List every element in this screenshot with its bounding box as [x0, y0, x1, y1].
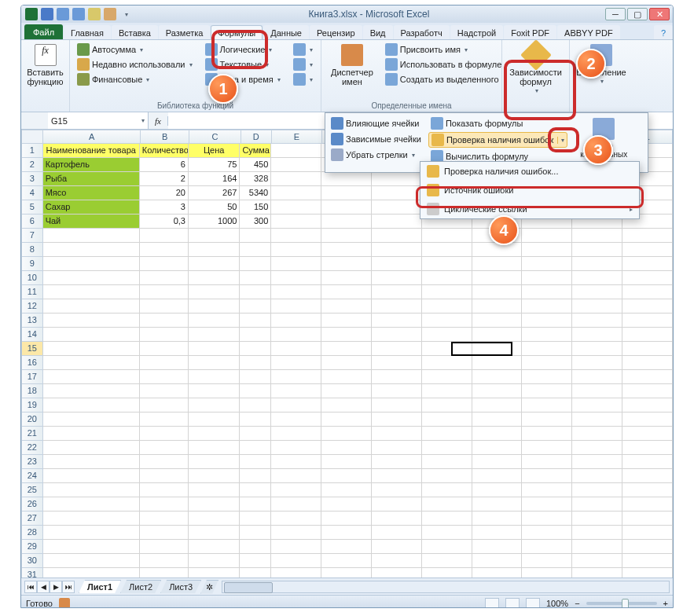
table-cell[interactable]: 300: [240, 214, 271, 229]
tab-review[interactable]: Рецензир: [310, 25, 362, 39]
table-header[interactable]: Количество: [140, 144, 189, 158]
logical-button[interactable]: Логические▾: [203, 42, 283, 57]
zoom-in-button[interactable]: +: [663, 599, 668, 608]
table-cell[interactable]: Мясо: [43, 186, 140, 200]
table-cell[interactable]: 2: [140, 172, 189, 186]
sheet-nav-prev[interactable]: ◀: [37, 581, 50, 593]
table-cell[interactable]: 164: [189, 172, 240, 186]
tab-home[interactable]: Главная: [64, 25, 111, 39]
sheet-nav-first[interactable]: ⏮: [24, 581, 37, 593]
financial-button[interactable]: Финансовые▾: [75, 72, 195, 86]
new-icon[interactable]: [87, 7, 101, 21]
select-all-corner[interactable]: [21, 130, 43, 144]
name-box[interactable]: G15▾: [48, 112, 149, 129]
row-header-17[interactable]: 17: [21, 370, 43, 384]
tab-abbyy[interactable]: ABBYY PDF: [557, 25, 620, 39]
col-header-E[interactable]: E: [272, 130, 322, 144]
view-layout-button[interactable]: [505, 598, 520, 609]
row-header-31[interactable]: 31: [21, 568, 43, 578]
qat-more-icon[interactable]: ▾: [119, 7, 133, 21]
zoom-out-button[interactable]: −: [575, 599, 579, 608]
table-cell[interactable]: 5340: [240, 186, 271, 200]
undo-icon[interactable]: [56, 7, 70, 21]
tab-foxit[interactable]: Foxit PDF: [504, 25, 556, 39]
col-header-C[interactable]: C: [189, 130, 241, 144]
help-icon[interactable]: ?: [654, 25, 673, 39]
row-header-12[interactable]: 12: [21, 299, 43, 314]
fx-button[interactable]: fx: [149, 116, 168, 126]
table-cell[interactable]: 50: [189, 200, 240, 214]
lookup-button[interactable]: ▾: [291, 42, 315, 57]
row-header-30[interactable]: 30: [21, 554, 43, 568]
sheet-nav-last[interactable]: ⏭: [62, 581, 75, 593]
row-header-4[interactable]: 4: [21, 186, 43, 200]
autosum-button[interactable]: Автосумма▾: [75, 42, 195, 57]
table-cell[interactable]: Картофель: [43, 158, 140, 172]
row-header-19[interactable]: 19: [21, 398, 43, 412]
row-header-25[interactable]: 25: [21, 483, 43, 497]
tab-addins[interactable]: Надстрой: [450, 25, 503, 39]
more-fn-button[interactable]: ▾: [291, 72, 315, 86]
table-cell[interactable]: 0,3: [140, 214, 189, 229]
horizontal-scrollbar[interactable]: [222, 581, 670, 593]
recent-button[interactable]: Недавно использовали▾: [75, 57, 195, 72]
table-cell[interactable]: 328: [240, 172, 271, 186]
row-header-13[interactable]: 13: [21, 314, 43, 328]
minimize-button[interactable]: ─: [605, 8, 626, 20]
row-header-10[interactable]: 10: [21, 271, 43, 285]
tab-data[interactable]: Данные: [263, 25, 309, 39]
insert-sheet-button[interactable]: ✲: [200, 580, 218, 594]
trace-dependents-button[interactable]: Зависимые ячейки: [329, 132, 424, 146]
tab-dev[interactable]: Разработч: [394, 25, 450, 39]
table-cell[interactable]: Сахар: [43, 200, 140, 214]
row-header-18[interactable]: 18: [21, 384, 43, 398]
row-header-28[interactable]: 28: [21, 526, 43, 540]
table-cell[interactable]: 20: [140, 186, 189, 200]
row-header-23[interactable]: 23: [21, 455, 43, 469]
name-manager-button[interactable]: Диспетчер имен: [326, 42, 378, 88]
open-icon[interactable]: [103, 7, 117, 21]
save-icon[interactable]: [40, 7, 54, 21]
table-cell[interactable]: Чай: [43, 214, 140, 229]
show-formulas-button[interactable]: Показать формулы: [428, 116, 567, 130]
window-close-button[interactable]: ✕: [649, 8, 670, 20]
math-button[interactable]: ▾: [291, 57, 315, 72]
row-header-20[interactable]: 20: [21, 412, 43, 427]
redo-icon[interactable]: [72, 7, 86, 21]
trace-precedents-button[interactable]: Влияющие ячейки: [329, 116, 424, 130]
table-cell[interactable]: 150: [240, 200, 271, 214]
tab-insert[interactable]: Вставка: [112, 25, 158, 39]
row-header-3[interactable]: 3: [21, 172, 43, 186]
sheet-tab-2[interactable]: Лист2: [120, 580, 161, 593]
macro-icon[interactable]: [59, 598, 70, 609]
text-button[interactable]: Текстовые▾: [203, 57, 283, 72]
row-header-29[interactable]: 29: [21, 540, 43, 554]
insert-function-button[interactable]: fx Вставить функцию: [26, 42, 64, 88]
row-header-22[interactable]: 22: [21, 441, 43, 455]
view-pagebreak-button[interactable]: [526, 598, 540, 609]
table-header[interactable]: Цена: [189, 144, 240, 158]
row-header-11[interactable]: 11: [21, 285, 43, 299]
sheet-nav-next[interactable]: ▶: [50, 581, 62, 593]
row-header-5[interactable]: 5: [21, 200, 43, 214]
formula-auditing-button[interactable]: Зависимости формул▾: [507, 42, 564, 97]
row-header-24[interactable]: 24: [21, 469, 43, 483]
row-header-21[interactable]: 21: [21, 427, 43, 441]
zoom-level[interactable]: 100%: [546, 599, 568, 608]
tab-formulas[interactable]: Формулы: [211, 25, 263, 39]
row-header-6[interactable]: 6: [21, 214, 43, 229]
zoom-slider[interactable]: [586, 602, 657, 605]
excel-icon[interactable]: [24, 7, 39, 21]
table-header[interactable]: Сумма: [240, 144, 271, 158]
define-name-button[interactable]: Присвоить имя▾: [383, 42, 512, 57]
row-header-1[interactable]: 1: [21, 144, 43, 158]
sheet-tab-1[interactable]: Лист1: [79, 580, 121, 593]
tab-view[interactable]: Вид: [363, 25, 393, 39]
table-cell[interactable]: 267: [189, 186, 240, 200]
sheet-tab-3[interactable]: Лист3: [160, 580, 201, 593]
table-cell[interactable]: 6: [140, 158, 189, 172]
row-header-8[interactable]: 8: [21, 243, 43, 257]
col-header-B[interactable]: B: [141, 130, 189, 144]
row-header-26[interactable]: 26: [21, 497, 43, 512]
col-header-D[interactable]: D: [241, 130, 272, 144]
